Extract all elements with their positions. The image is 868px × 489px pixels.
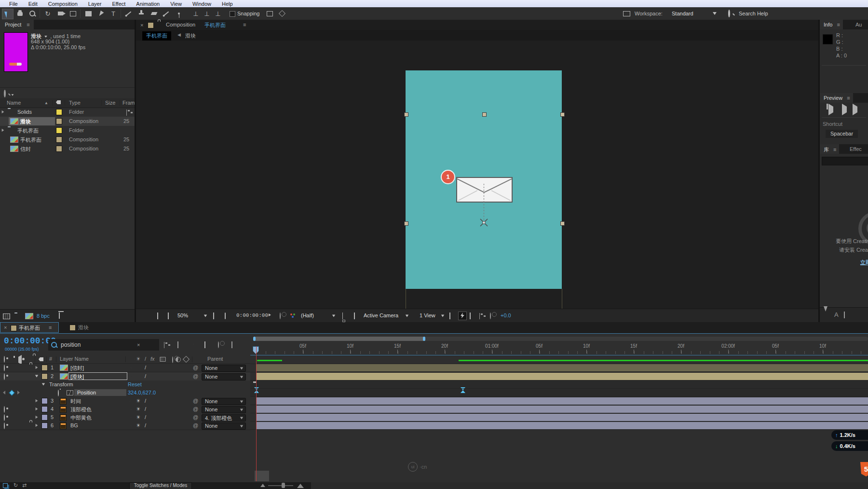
layer-label-swatch[interactable]	[41, 398, 48, 404]
mask-visibility-icon[interactable]	[225, 313, 226, 319]
layer-row-1[interactable]: 1 [信封] / @ None	[0, 364, 250, 372]
timeline-button-icon[interactable]	[470, 313, 471, 319]
in-out-columns-icon[interactable]: ⇄	[22, 482, 27, 489]
panel-menu-icon[interactable]: ≡	[837, 22, 840, 27]
layer-bar-5[interactable]	[256, 414, 868, 421]
parent-dropdown[interactable]: None	[202, 365, 246, 372]
panel-menu-icon[interactable]: ≡	[27, 22, 29, 27]
envelope-graphic[interactable]	[456, 177, 513, 203]
pixel-aspect-icon[interactable]	[449, 313, 450, 319]
selection-handle[interactable]	[560, 221, 565, 226]
fx-switch-icon[interactable]: fx	[150, 356, 155, 362]
collapse-arrow-icon[interactable]	[35, 375, 38, 378]
libraries-search-input[interactable]	[822, 157, 868, 165]
transparency-grid-icon[interactable]	[354, 313, 355, 319]
primary-viewer-icon[interactable]	[168, 313, 169, 319]
breadcrumb-back-icon[interactable]: ◀	[177, 32, 181, 37]
threed-switch-icon[interactable]	[183, 356, 190, 363]
work-area-bar[interactable]	[254, 337, 424, 341]
menu-item[interactable]: Help	[217, 1, 238, 7]
position-property-row[interactable]: Position 324.0,627.0	[0, 389, 250, 397]
workspace-icon[interactable]	[621, 9, 632, 18]
view-layout-dropdown-icon[interactable]	[441, 315, 444, 317]
layer-bar-3[interactable]	[256, 397, 868, 405]
expand-layers-icon[interactable]	[3, 483, 8, 488]
snapping-checkbox[interactable]	[230, 11, 235, 17]
clear-search-icon[interactable]: ×	[137, 342, 140, 348]
number-column[interactable]: #	[49, 356, 52, 362]
collapse-arrow-icon[interactable]	[42, 383, 45, 386]
eye-icon[interactable]	[4, 414, 5, 421]
menu-item[interactable]: Effect	[107, 1, 131, 7]
layer-name-column[interactable]: Layer Name	[60, 356, 89, 362]
close-icon[interactable]: ×	[140, 22, 143, 28]
menu-item[interactable]: Animation	[131, 1, 165, 7]
menu-item[interactable]: Composition	[43, 1, 83, 7]
workspace-dropdown-icon[interactable]	[713, 12, 717, 15]
timeline-zoom-slider[interactable]	[268, 485, 293, 486]
layer-name[interactable]: BG	[70, 422, 78, 428]
horizontal-scrollbar-thumb[interactable]	[255, 471, 269, 481]
camera-dropdown-icon[interactable]	[406, 315, 408, 317]
resolution-dropdown-icon[interactable]	[332, 315, 335, 317]
project-row-shoujijiemian-comp[interactable]: 手机界面 Composition 25	[0, 135, 135, 144]
breadcrumb-current[interactable]: 手机界面	[142, 31, 171, 41]
render-order-icon[interactable]: ↻	[14, 482, 18, 489]
zoom-in-icon[interactable]	[297, 484, 304, 488]
audio-tab[interactable]: Au	[855, 22, 862, 27]
position-anchor-icon[interactable]	[480, 218, 488, 227]
layer-name[interactable]: [信封]	[70, 365, 84, 372]
eye-icon[interactable]	[4, 422, 5, 429]
layer-bar-6[interactable]	[256, 422, 868, 429]
column-name[interactable]: Name	[7, 100, 21, 106]
new-composition-icon[interactable]	[25, 313, 33, 319]
local-axis-mode-icon[interactable]: ⊥	[190, 9, 201, 18]
effects-toggle[interactable]: ☀	[136, 414, 141, 421]
expand-arrow-icon[interactable]	[36, 424, 38, 427]
position-value[interactable]: 324.0,627.0	[128, 390, 156, 395]
eraser-tool-icon[interactable]	[149, 9, 159, 18]
view-layout-value[interactable]: 1 View	[420, 312, 435, 318]
comp-label-swatch[interactable]	[148, 22, 154, 28]
camera-view-value[interactable]: Active Camera	[364, 312, 398, 318]
expand-arrow-icon[interactable]	[36, 408, 38, 410]
show-channel-icon[interactable]	[290, 313, 292, 315]
transform-label[interactable]: Transform	[49, 381, 73, 387]
layer-label-swatch[interactable]	[41, 365, 48, 371]
label-color-swatch[interactable]	[56, 146, 62, 152]
parent-column[interactable]: Parent	[207, 356, 223, 362]
pickwhip-icon[interactable]: @	[193, 422, 198, 428]
project-row-xinfeng[interactable]: 信封 Composition 25	[0, 144, 135, 153]
viewer-comp-name[interactable]: 手机界面	[204, 22, 226, 29]
project-row-huakuai[interactable]: 滑块 Composition 25	[0, 117, 135, 126]
toggle-switches-modes-button[interactable]: Toggle Switches / Modes	[129, 482, 192, 489]
adjustment-switch-icon[interactable]	[176, 357, 181, 362]
trash-icon[interactable]	[59, 312, 60, 318]
fast-previews-icon[interactable]	[458, 312, 467, 320]
eye-icon[interactable]	[4, 373, 5, 380]
search-input[interactable]	[60, 341, 134, 349]
composition-mini-flowchart-icon[interactable]	[164, 342, 164, 348]
pickwhip-icon[interactable]: @	[193, 365, 198, 370]
pickwhip-icon[interactable]: @	[193, 414, 198, 420]
type-tool-icon[interactable]: T	[108, 9, 119, 18]
layer-bar-1[interactable]	[256, 364, 868, 371]
shortcut-value[interactable]: Spacebar	[826, 130, 858, 138]
layer-name[interactable]: 时间	[70, 398, 81, 405]
layer-label-swatch[interactable]	[41, 422, 48, 429]
layer-row-5[interactable]: 5 中部黄色 ☀ / @ 4. 顶部橙色	[0, 413, 250, 422]
expand-arrow-icon[interactable]	[36, 399, 38, 402]
position-label[interactable]: Position	[77, 390, 96, 395]
motion-blur-switch-icon[interactable]	[172, 356, 173, 363]
stopwatch-icon[interactable]	[58, 390, 59, 396]
audio-column-icon[interactable]	[18, 355, 22, 365]
selection-handle[interactable]	[482, 112, 487, 117]
close-icon[interactable]: ×	[4, 325, 7, 330]
flowchart-button-icon[interactable]	[479, 313, 480, 319]
parent-dropdown[interactable]: None	[202, 398, 246, 405]
zoom-out-icon[interactable]	[260, 484, 265, 487]
always-preview-icon[interactable]	[157, 313, 158, 319]
menu-item[interactable]: View	[165, 1, 187, 7]
libraries-tab[interactable]: 库 ≡	[820, 144, 839, 154]
expand-arrow-icon[interactable]	[36, 416, 38, 419]
